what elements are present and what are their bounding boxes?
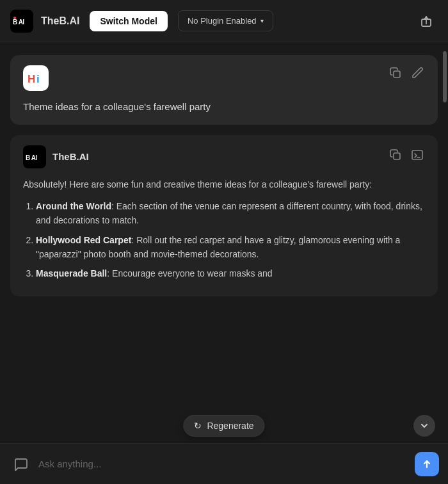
ai-logo: B AI — [23, 145, 46, 168]
chevron-down-icon: ▾ — [260, 17, 264, 24]
svg-point-1 — [13, 17, 16, 19]
copy-ai-message-button[interactable] — [388, 147, 403, 166]
plugin-selector-button[interactable]: No Plugin Enabled ▾ — [178, 10, 273, 31]
share-button[interactable] — [415, 10, 438, 33]
ai-message-card: B AI TheB.AI — [10, 135, 438, 296]
list-item: Masquerade Ball: Encourage everyone to w… — [36, 266, 425, 280]
svg-rect-7 — [394, 71, 400, 77]
svg-rect-10 — [412, 150, 422, 159]
svg-text:i: i — [36, 73, 40, 85]
regenerate-icon: ↻ — [194, 421, 202, 431]
ai-message-intro: Absolutely! Here are some fun and creati… — [23, 177, 425, 191]
list-item: Hollywood Red Carpet: Roll out the red c… — [36, 233, 425, 262]
send-button[interactable] — [415, 452, 439, 476]
app-logo: B AI — [10, 10, 33, 33]
svg-rect-9 — [394, 153, 400, 159]
scrollbar-thumb[interactable] — [443, 51, 447, 102]
regenerate-tooltip[interactable]: ↻ Regenerate — [183, 415, 264, 437]
header: B AI TheB.AI Switch Model No Plugin Enab… — [0, 0, 448, 42]
copy-user-message-button[interactable] — [388, 65, 403, 84]
svg-text:B AI: B AI — [13, 19, 24, 26]
svg-text:H: H — [28, 73, 35, 85]
regenerate-label: Regenerate — [207, 421, 253, 431]
ai-name-label: TheB.AI — [52, 151, 89, 162]
edit-user-message-button[interactable] — [410, 65, 425, 84]
switch-model-button[interactable]: Switch Model — [90, 11, 167, 31]
user-avatar: H i — [23, 65, 49, 91]
terminal-ai-message-button[interactable] — [410, 147, 425, 166]
user-message-text: Theme ideas for a colleague's farewell p… — [23, 100, 425, 115]
chat-main: H i Theme ideas for a colleague' — [0, 42, 448, 443]
user-message-card: H i Theme ideas for a colleague' — [10, 55, 438, 125]
ai-message-list: Around the World: Each section of the ve… — [23, 199, 425, 281]
app-name: TheB.AI — [41, 15, 79, 27]
svg-text:B AI: B AI — [26, 154, 37, 161]
scrollbar-track — [443, 51, 447, 439]
chat-input[interactable] — [38, 458, 408, 469]
input-bar — [0, 443, 448, 484]
input-plugin-button[interactable] — [9, 453, 32, 476]
scroll-down-button[interactable] — [413, 415, 435, 437]
list-item: Around the World: Each section of the ve… — [36, 199, 425, 228]
